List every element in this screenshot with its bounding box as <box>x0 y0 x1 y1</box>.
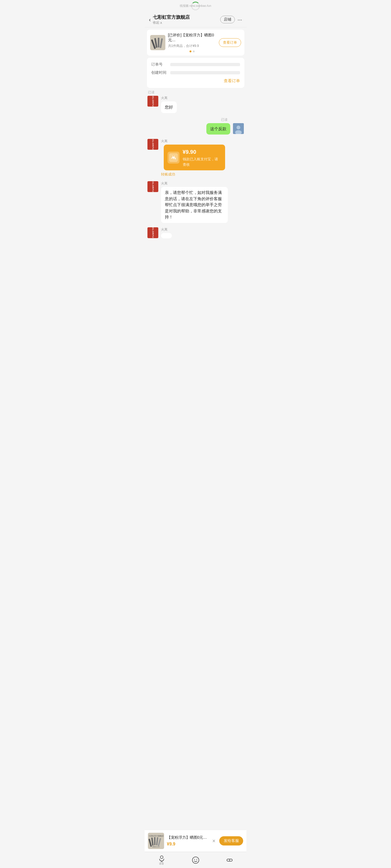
bubble-5: ┐ <box>161 233 172 239</box>
avatar-user <box>233 123 244 134</box>
message-row-4: COLORFUL 火离 亲，请您帮个忙，如对我服务满意的话，请在左下角的评价客服… <box>147 181 244 223</box>
more-button[interactable]: ··· <box>238 17 242 23</box>
header-right: 店铺 ··· <box>220 16 242 23</box>
transfer-amount: ¥9.90 <box>183 148 221 156</box>
dot-2 <box>193 51 195 52</box>
create-time-value <box>170 71 240 74</box>
create-time-label: 创建时间 <box>151 70 170 75</box>
sender-1: 火离 <box>158 96 179 100</box>
sender-4: 火离 <box>158 181 230 186</box>
header-title-block: 七彩虹官方旗舰店 收起 ∧ <box>153 14 190 25</box>
create-time-row: 创建时间 <box>151 70 240 75</box>
avatar-5: COLORFUL <box>147 227 158 238</box>
message-row-3: COLORFUL 火离 ¥ ¥9.90 钱款已入账支 <box>147 139 244 177</box>
transfer-desc: 钱款已入账支付宝，请查收 <box>183 156 221 167</box>
order-detail-card: 订单号 创建时间 查看订单 <box>147 58 244 88</box>
avatar-4: COLORFUL <box>147 181 158 192</box>
sender-5: 火离 <box>158 227 175 232</box>
order-info: [已评价]【宠粉浮力】晒图0元… 共1件商品，合计¥9.9 <box>168 33 216 52</box>
message-row-1: COLORFUL 火离 您好 <box>147 96 244 113</box>
svg-point-6 <box>236 126 240 129</box>
msg-content-4: 火离 亲，请您帮个忙，如对我服务满意的话，请在左下角的评价客服帮忙点下很满意哦您… <box>158 181 230 223</box>
msg-content-3: 火离 ¥ ¥9.90 钱款已入账支付宝，请查收 <box>158 139 230 177</box>
store-name: 七彩虹官方旗舰店 <box>153 14 190 20</box>
order-no-label: 订单号 <box>151 62 170 67</box>
dot-1 <box>190 51 191 52</box>
view-order-link[interactable]: 查看订单 <box>151 79 240 84</box>
avatar-label-5: COLORFUL <box>151 225 154 240</box>
status-bar-url: 线报酱·new.xianbao.fun <box>180 4 211 8</box>
msg-content-1: 火离 您好 <box>158 96 179 113</box>
message-row-2: 这个反款 <box>147 123 244 135</box>
dots-indicator <box>168 51 216 52</box>
order-product-image <box>150 35 165 50</box>
view-order-button-top[interactable]: 查看订单 <box>219 38 241 47</box>
message-row-5: COLORFUL 火离 ┐ <box>147 227 244 239</box>
avatar-1: COLORFUL <box>147 96 158 106</box>
order-summary: 共1件商品，合计¥9.9 <box>168 44 216 48</box>
transfer-success-label: 转账成功 <box>161 172 228 177</box>
order-no-value <box>170 63 240 66</box>
avatar-label-1: COLORFUL <box>151 94 154 108</box>
partial-content: ┐ <box>165 236 168 239</box>
bubble-2: 这个反款 <box>206 123 230 135</box>
header: ‹ 七彩虹官方旗舰店 收起 ∧ 店铺 ··· <box>145 12 247 27</box>
chevron-up-icon: ∧ <box>160 21 162 25</box>
transfer-card-wrapper: ¥ ¥9.90 钱款已入账支付宝，请查收 转账成功 <box>161 145 228 177</box>
back-button[interactable]: ‹ <box>149 17 151 23</box>
svg-rect-3 <box>158 38 159 48</box>
bubble-4: 亲，请您帮个忙，如对我服务满意的话，请在左下角的评价客服帮忙点下很满意哦您的举手… <box>161 187 228 223</box>
avatar-label-4: COLORFUL <box>151 180 154 194</box>
bubble-1: 您好 <box>161 101 177 113</box>
avatar-3: COLORFUL <box>147 139 158 150</box>
status-bar: 线报酱·new.xianbao.fun <box>145 0 247 12</box>
subtitle-text: 收起 <box>153 20 159 25</box>
transfer-info: ¥9.90 钱款已入账支付宝，请查收 <box>183 148 221 167</box>
header-left: ‹ 七彩虹官方旗舰店 收起 ∧ <box>149 14 190 25</box>
transfer-bubble: ¥ ¥9.90 钱款已入账支付宝，请查收 <box>164 145 225 170</box>
view-order-link-text[interactable]: 查看订单 <box>224 79 240 83</box>
sender-3: 火离 <box>158 139 230 144</box>
read-label-right: 已读 <box>147 118 227 122</box>
order-card-top: [已评价]【宠粉浮力】晒图0元… 共1件商品，合计¥9.9 查看订单 <box>147 30 244 56</box>
msg-content-5: 火离 ┐ <box>158 227 175 239</box>
header-subtitle: 收起 ∧ <box>153 20 190 25</box>
order-title: [已评价]【宠粉浮力】晒图0元… <box>168 33 216 42</box>
chat-container: 已读 COLORFUL 火离 您好 已读 这个反款 COLORFUL 火离 <box>145 90 247 281</box>
store-button[interactable]: 店铺 <box>220 16 235 23</box>
order-no-row: 订单号 <box>151 62 240 67</box>
read-label-1: 已读 <box>147 90 244 95</box>
avatar-label-3: COLORFUL <box>151 137 154 151</box>
transfer-icon: ¥ <box>168 152 179 163</box>
msg-content-2: 这个反款 <box>204 123 233 135</box>
